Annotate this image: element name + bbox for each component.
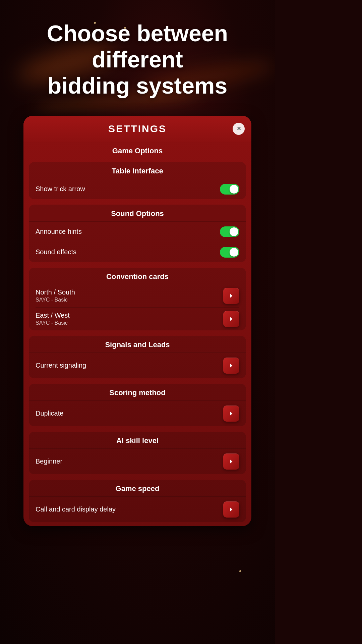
convention-cards-title: Convention cards (29, 268, 246, 284)
arrow-right-icon-4 (228, 410, 235, 417)
toggle-knob (230, 185, 238, 194)
show-trick-arrow-label: Show trick arrow (36, 185, 85, 193)
current-signaling-row: Current signaling (29, 353, 246, 378)
arrow-right-icon-3 (228, 362, 235, 369)
arrow-right-icon (228, 292, 235, 299)
toggle-knob-3 (230, 248, 238, 257)
game-speed-title: Game speed (29, 480, 246, 496)
ai-skill-section: AI skill level Beginner (23, 428, 251, 476)
east-west-sublabel: SAYC - Basic (36, 320, 70, 326)
close-icon: ✕ (237, 125, 241, 132)
sound-effects-toggle[interactable] (220, 247, 239, 258)
announce-hints-toggle[interactable] (220, 226, 239, 237)
table-interface-section: Table Interface Show trick arrow (23, 159, 251, 201)
scoring-method-group: Scoring method Duplicate (29, 384, 246, 426)
beginner-label: Beginner (36, 458, 62, 465)
north-south-row: North / South SAYC - Basic (36, 284, 239, 307)
hero-line1: Choose between (47, 20, 228, 46)
beginner-row: Beginner (29, 448, 246, 474)
scoring-method-title: Scoring method (29, 384, 246, 400)
sound-options-title: Sound Options (29, 205, 246, 221)
east-west-arrow-button[interactable] (223, 311, 239, 327)
arrow-right-icon-2 (228, 316, 235, 322)
convention-rows: North / South SAYC - Basic East / West S… (29, 284, 246, 330)
north-south-sublabel: SAYC - Basic (36, 297, 75, 303)
announce-hints-row: Announce hints (29, 221, 246, 242)
game-options-header: Game Options (23, 142, 251, 159)
call-card-delay-row: Call and card display delay (29, 496, 246, 522)
sound-options-section: Sound Options Announce hints Sound effec… (23, 201, 251, 264)
signals-leads-group: Signals and Leads Current signaling (29, 336, 246, 378)
announce-hints-label: Announce hints (36, 228, 82, 235)
convention-cards-section: Convention cards North / South SAYC - Ba… (23, 264, 251, 332)
close-button[interactable]: ✕ (233, 123, 245, 135)
sparkle-dot-3 (239, 570, 241, 572)
duplicate-label: Duplicate (36, 410, 63, 417)
current-signaling-arrow-button[interactable] (223, 358, 239, 374)
hero-text: Choose between different bidding systems (0, 0, 275, 109)
show-trick-arrow-row: Show trick arrow (29, 179, 246, 199)
show-trick-arrow-toggle[interactable] (220, 184, 239, 195)
east-west-labels: East / West SAYC - Basic (36, 312, 70, 326)
east-west-label: East / West (36, 312, 70, 319)
east-west-row: East / West SAYC - Basic (36, 307, 239, 330)
current-signaling-label: Current signaling (36, 362, 86, 369)
modal-content: Game Options Table Interface Show trick … (23, 142, 251, 526)
game-speed-group: Game speed Call and card display delay (29, 480, 246, 522)
call-card-delay-arrow-button[interactable] (223, 501, 239, 518)
north-south-arrow-button[interactable] (223, 288, 239, 304)
table-interface-title: Table Interface (29, 162, 246, 179)
signals-leads-title: Signals and Leads (29, 336, 246, 353)
north-south-labels: North / South SAYC - Basic (36, 288, 75, 303)
duplicate-row: Duplicate (29, 400, 246, 426)
ai-skill-title: AI skill level (29, 432, 246, 448)
beginner-arrow-button[interactable] (223, 453, 239, 470)
arrow-right-icon-5 (228, 458, 235, 465)
hero-line3: bidding systems (48, 73, 228, 98)
arrow-right-icon-6 (228, 506, 235, 513)
game-speed-section: Game speed Call and card display delay (23, 476, 251, 524)
north-south-label: North / South (36, 288, 75, 296)
hero-line2: different (92, 47, 183, 72)
ai-skill-group: AI skill level Beginner (29, 432, 246, 474)
table-interface-group: Table Interface Show trick arrow (29, 162, 246, 199)
sound-effects-label: Sound effects (36, 248, 76, 256)
convention-cards-group: Convention cards North / South SAYC - Ba… (29, 268, 246, 330)
modal-header: SETTINGS ✕ (23, 116, 251, 142)
call-card-delay-label: Call and card display delay (36, 505, 116, 513)
toggle-knob-2 (230, 227, 238, 236)
duplicate-arrow-button[interactable] (223, 406, 239, 422)
signals-leads-section: Signals and Leads Current signaling (23, 332, 251, 380)
sound-options-group: Sound Options Announce hints Sound effec… (29, 205, 246, 262)
modal-title: SETTINGS (108, 123, 167, 135)
scoring-method-section: Scoring method Duplicate (23, 380, 251, 428)
sound-effects-row: Sound effects (29, 242, 246, 262)
settings-modal: SETTINGS ✕ Game Options Table Interface … (23, 116, 251, 526)
